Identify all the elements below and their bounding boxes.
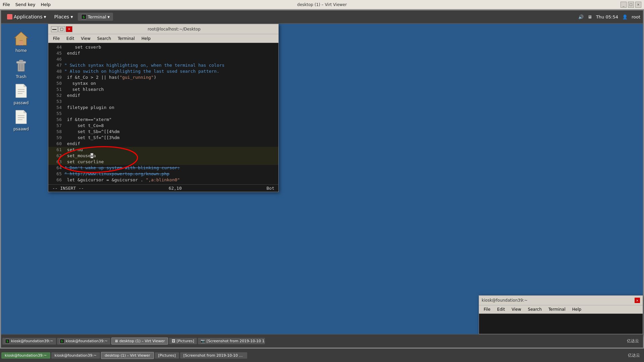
- passwd-icon-label: passwd: [12, 100, 30, 106]
- code-line-55: 55: [48, 111, 278, 117]
- close-button[interactable]: ×: [635, 2, 641, 8]
- taskbar-label-1: kiosk@foundation39:~: [11, 339, 53, 343]
- file-menu[interactable]: File: [3, 2, 10, 7]
- taskbar-icon-2: $: [60, 339, 64, 344]
- code-line-53: 53: [48, 99, 278, 105]
- applications-menu[interactable]: Applications ▾: [4, 13, 50, 21]
- outer-pictures-label: [Pictures]: [158, 353, 176, 358]
- cursor-position: 62,10: [169, 186, 182, 191]
- psaawd-icon-item[interactable]: psaawd: [8, 109, 35, 132]
- psaawd-icon-label: psaawd: [12, 126, 30, 132]
- gnome-panel: Applications ▾ Places ▾ $ Terminal ▾ 🔊 🖥…: [1, 10, 643, 24]
- applications-label: Applications: [14, 14, 43, 19]
- taskbar-label-4: [Pictures]: [177, 339, 194, 343]
- sendkey-menu[interactable]: Send key: [15, 2, 36, 7]
- outer-taskbar-virt[interactable]: desktop (1) – Virt Viewer: [101, 352, 154, 359]
- terminal-edit-menu[interactable]: Edit: [63, 36, 77, 42]
- minimize-button[interactable]: _: [621, 2, 627, 8]
- code-line-59: 59 set t_Sf=^[[3%dm: [48, 135, 278, 141]
- terminal-taskarrow: ▾: [108, 14, 110, 19]
- outer-taskbar: kiosk@foundation39:~ kiosk@foundation39:…: [0, 349, 644, 362]
- terminal-minimize[interactable]: —: [51, 26, 58, 32]
- code-line-52: 52 endif: [48, 93, 278, 99]
- terminal-terminal-menu[interactable]: Terminal: [114, 36, 138, 42]
- vim-mode: -- INSERT --: [52, 186, 84, 191]
- terminal-maximize[interactable]: □: [58, 26, 65, 32]
- passwd-icon-item[interactable]: passwd: [8, 83, 35, 106]
- taskbar-item-3[interactable]: 🖥 desktop (1) – Virt Viewer: [111, 338, 168, 345]
- gnome-panel-right: 🔊 🖥 Thu 05:54 👤 root: [578, 14, 640, 19]
- window-controls: _ □ ×: [621, 2, 641, 8]
- code-line-62: 62 set_mouse=a: [48, 153, 278, 159]
- gnome-panel-left: Applications ▾ Places ▾ $ Terminal ▾: [4, 13, 113, 21]
- places-label: Places: [54, 14, 69, 19]
- places-arrow: ▾: [71, 14, 73, 19]
- terminal-window-2: kiosk@foundation39:~ × File Edit View Se…: [479, 295, 643, 334]
- terminal2-search-menu[interactable]: Search: [525, 306, 545, 312]
- terminal-menubar: File Edit View Search Terminal Help: [48, 34, 278, 43]
- code-line-54: 54 filetype plugin on: [48, 105, 278, 111]
- code-line-64: 64 " Don't wake up system with blinking …: [48, 165, 278, 171]
- applications-arrow: ▾: [44, 14, 46, 19]
- terminal2-terminal-menu[interactable]: Terminal: [545, 306, 569, 312]
- terminal-tasklabel: Terminal: [88, 14, 106, 19]
- virt-viewer-menu: File Send key Help: [3, 2, 51, 7]
- terminal-file-menu[interactable]: File: [50, 36, 63, 42]
- terminal2-menubar: File Edit View Search Terminal Help: [479, 305, 643, 314]
- svg-rect-1: [19, 41, 23, 45]
- terminal-taskicon: $: [81, 14, 87, 19]
- taskbar-icon-3: 🖥: [114, 339, 118, 343]
- code-line-58: 58 set t_Sb=^[[4%dm: [48, 129, 278, 135]
- terminal-search-menu[interactable]: Search: [94, 36, 114, 42]
- maximize-button[interactable]: □: [628, 2, 634, 8]
- terminal-help-menu[interactable]: Help: [138, 36, 154, 42]
- terminal2-view-menu[interactable]: View: [508, 306, 524, 312]
- terminal-close[interactable]: ×: [66, 26, 72, 32]
- outer-taskbar-pictures[interactable]: [Pictures]: [155, 352, 179, 359]
- volume-icon[interactable]: 🔊: [578, 14, 584, 19]
- outer-system-tray: 亿达云: [625, 353, 643, 358]
- taskbar-item-1[interactable]: $ kiosk@foundation39:~: [2, 338, 56, 345]
- terminal2-close[interactable]: ×: [635, 298, 640, 303]
- svg-marker-14: [24, 110, 26, 113]
- taskbar-icon-5: 📷: [201, 339, 205, 343]
- terminal-taskbutton[interactable]: $ Terminal ▾: [78, 13, 113, 21]
- home-folder-icon: [13, 31, 29, 47]
- gnome-time: Thu 05:54: [596, 14, 618, 19]
- terminal2-title: kiosk@foundation39:~: [482, 298, 635, 303]
- terminal2-file-menu[interactable]: File: [480, 306, 494, 312]
- gnome-user: root: [632, 14, 640, 19]
- terminal2-content[interactable]: [479, 314, 643, 334]
- terminal2-edit-menu[interactable]: Edit: [494, 306, 508, 312]
- terminal-statusbar: -- INSERT -- 62,10 Bot: [48, 184, 278, 192]
- code-line-65: 65 " http://www.linuxpowertop.org/known.…: [48, 171, 278, 177]
- trash-can-icon: [13, 57, 29, 73]
- outer-kiosk1-label: kiosk@foundation39:~: [5, 353, 47, 358]
- trash-icon-item[interactable]: Trash: [8, 57, 35, 79]
- outer-taskbar-screenshot[interactable]: [Screenshot from 2019-10-10 1...: [180, 352, 247, 359]
- taskbar-item-5[interactable]: 📷 [Screenshot from 2019-10-10 1...: [198, 338, 265, 344]
- taskbar-item-4[interactable]: 🖼 [Pictures]: [169, 338, 197, 344]
- system-tray: 亿达云: [624, 338, 642, 344]
- terminal2-help-menu[interactable]: Help: [569, 306, 585, 312]
- home-icon-label: home: [14, 48, 28, 53]
- taskbar-icon-1: $: [5, 339, 10, 344]
- display-icon[interactable]: 🖥: [588, 14, 592, 19]
- code-line-44: 44 set csverb: [48, 44, 278, 50]
- outer-virt-label: desktop (1) – Virt Viewer: [105, 353, 150, 358]
- help-menu[interactable]: Help: [41, 2, 51, 7]
- virt-viewer-controls: _ □ ×: [621, 2, 641, 8]
- code-line-48: 48 " Also switch on highlighting the las…: [48, 68, 278, 74]
- code-line-66: 66 let &guicursor = &guicursor . ",a:bli…: [48, 177, 278, 183]
- code-line-63: 63 set cursorline: [48, 159, 278, 165]
- home-icon-item[interactable]: home: [8, 31, 35, 53]
- places-menu[interactable]: Places ▾: [51, 13, 76, 21]
- trash-icon-label: Trash: [14, 74, 28, 79]
- terminal-code-content[interactable]: 44 set csverb 45 endif 46 47: [48, 43, 278, 184]
- outer-taskbar-kiosk1[interactable]: kiosk@foundation39:~: [1, 352, 50, 359]
- terminal-view-menu[interactable]: View: [77, 36, 94, 42]
- code-line-61: 61 set nu: [48, 147, 278, 153]
- outer-taskbar-kiosk2[interactable]: kiosk@foundation39:~: [51, 352, 100, 359]
- code-line-56: 56 if &term=="xterm": [48, 117, 278, 123]
- taskbar-item-2[interactable]: $ kiosk@foundation39:~: [57, 338, 111, 345]
